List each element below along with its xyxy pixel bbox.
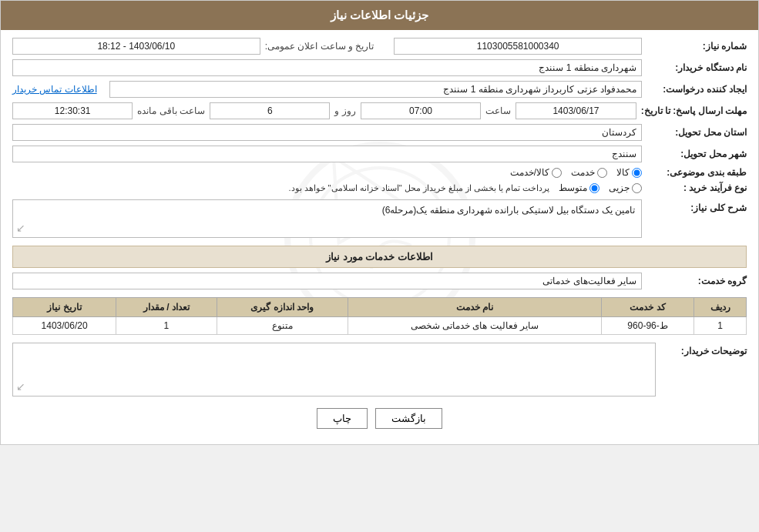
process-jozi[interactable]: جزیی <box>609 182 642 193</box>
cell-qty: 1 <box>116 317 217 335</box>
announce-date-label: تاریخ و ساعت اعلان عمومی: <box>265 41 374 52</box>
province-value: کردستان <box>12 124 642 141</box>
creator-row: ایجاد کننده درخواست: محمدفواد عزتی کاربر… <box>12 81 747 98</box>
services-table: ردیف کد خدمت نام خدمت واحد اندازه گیری ت… <box>12 297 747 335</box>
page-title: جزئیات اطلاعات نیاز <box>331 8 428 22</box>
category-khedmat-label: خدمت <box>571 167 595 178</box>
category-radio-group: کالا خدمت کالا/خدمت <box>12 167 642 178</box>
category-khedmat-radio[interactable] <box>597 168 607 178</box>
creator-label: ایجاد کننده درخواست: <box>646 84 747 95</box>
service-group-value: سایر فعالیت‌های خدماتی <box>12 273 642 289</box>
deadline-date: 1403/06/17 <box>516 102 636 119</box>
service-group-label: گروه خدمت: <box>646 276 747 286</box>
col-header-name: نام خدمت <box>348 298 601 317</box>
deadline-days-label: روز و <box>334 105 355 116</box>
category-row: طبقه بندی موضوعی: کالا خدمت کالا/خدمت <box>12 167 747 178</box>
cell-code: ط-96-960 <box>602 317 694 335</box>
table-row: 1 ط-96-960 سایر فعالیت های خدماتی شخصی م… <box>13 317 747 335</box>
services-section-title: اطلاعات خدمات مورد نیاز <box>12 246 747 268</box>
deadline-days: 6 <box>210 102 330 119</box>
deadline-label: مهلت ارسال پاسخ: تا تاریخ: <box>641 105 747 116</box>
cell-date: 1403/06/20 <box>13 317 116 335</box>
request-number-row: شماره نیاز: 1103005581000340 تاریخ و ساع… <box>12 38 747 55</box>
col-header-date: تاریخ نیاز <box>13 298 116 317</box>
col-header-qty: تعداد / مقدار <box>116 298 217 317</box>
buyer-org-label: نام دستگاه خریدار: <box>646 62 747 73</box>
announce-date-value: 1403/06/10 - 18:12 <box>12 38 260 55</box>
contact-link[interactable]: اطلاعات تماس خریدار <box>12 84 97 95</box>
deadline-time: 07:00 <box>361 102 481 119</box>
buyer-desc-box[interactable] <box>12 343 656 396</box>
category-kala-radio[interactable] <box>632 168 642 178</box>
deadline-remaining: 12:30:31 <box>12 102 133 119</box>
deadline-row: مهلت ارسال پاسخ: تا تاریخ: 1403/06/17 سا… <box>12 102 747 119</box>
category-label: طبقه بندی موضوعی: <box>646 167 747 178</box>
back-button[interactable]: بازگشت <box>375 408 442 429</box>
category-kala-label: کالا <box>616 167 630 178</box>
category-khedmat[interactable]: خدمت <box>571 167 607 178</box>
page-header: جزئیات اطلاعات نیاز <box>1 1 758 30</box>
province-row: استان محل تحویل: کردستان <box>12 124 747 141</box>
process-label: نوع فرآیند خرید : <box>646 182 747 193</box>
buyer-org-value: شهرداری منطقه 1 سنندج <box>12 59 642 76</box>
buyer-desc-section: توضیحات خریدار: <box>12 343 747 396</box>
description-label: شرح کلی نیاز: <box>646 199 747 213</box>
description-box[interactable]: تامین یک دستگاه بیل لاستیکی بارانده شهرد… <box>12 199 642 238</box>
process-motavasset-label: متوسط <box>559 182 587 193</box>
cell-name: سایر فعالیت های خدماتی شخصی <box>348 317 601 335</box>
category-kala[interactable]: کالا <box>616 167 642 178</box>
process-motavasset-radio[interactable] <box>589 183 599 193</box>
process-note: پرداخت تمام یا بخشی از مبلغ خریداز محل "… <box>12 183 549 193</box>
process-jozi-radio[interactable] <box>632 183 642 193</box>
city-row: شهر محل تحویل: سنندج <box>12 146 747 162</box>
category-kala-khedmat-radio[interactable] <box>552 168 562 178</box>
col-header-row: ردیف <box>694 298 747 317</box>
cell-unit: متنوع <box>217 317 348 335</box>
province-label: استان محل تحویل: <box>646 127 747 138</box>
deadline-time-label: ساعت <box>485 105 511 116</box>
creator-value: محمدفواد عزتی کاربرداز شهرداری منطقه 1 س… <box>109 81 642 98</box>
service-group-row: گروه خدمت: سایر فعالیت‌های خدماتی <box>12 273 747 289</box>
request-number-label: شماره نیاز: <box>646 41 747 52</box>
col-header-unit: واحد اندازه گیری <box>217 298 348 317</box>
process-row: نوع فرآیند خرید : جزیی متوسط پرداخت تمام… <box>12 182 747 193</box>
city-value: سنندج <box>12 146 642 162</box>
description-section: شرح کلی نیاز: تامین یک دستگاه بیل لاستیک… <box>12 199 747 238</box>
category-kala-khedmat-label: کالا/خدمت <box>510 167 549 178</box>
description-text: تامین یک دستگاه بیل لاستیکی بارانده شهرد… <box>13 200 641 220</box>
services-table-section: ردیف کد خدمت نام خدمت واحد اندازه گیری ت… <box>12 297 747 335</box>
footer-buttons: بازگشت چاپ <box>12 408 747 429</box>
print-button[interactable]: چاپ <box>317 408 368 429</box>
request-number-value: 1103005581000340 <box>394 38 642 55</box>
city-label: شهر محل تحویل: <box>646 149 747 159</box>
cell-row: 1 <box>694 317 747 335</box>
col-header-code: کد خدمت <box>602 298 694 317</box>
process-motavasset[interactable]: متوسط <box>559 182 599 193</box>
buyer-desc-label: توضیحات خریدار: <box>662 343 747 396</box>
category-kala-khedmat[interactable]: کالا/خدمت <box>510 167 562 178</box>
process-jozi-label: جزیی <box>609 182 630 193</box>
process-radio-group: جزیی متوسط پرداخت تمام یا بخشی از مبلغ خ… <box>12 182 642 193</box>
deadline-remaining-label: ساعت باقی مانده <box>137 105 205 116</box>
buyer-org-row: نام دستگاه خریدار: شهرداری منطقه 1 سنندج <box>12 59 747 76</box>
